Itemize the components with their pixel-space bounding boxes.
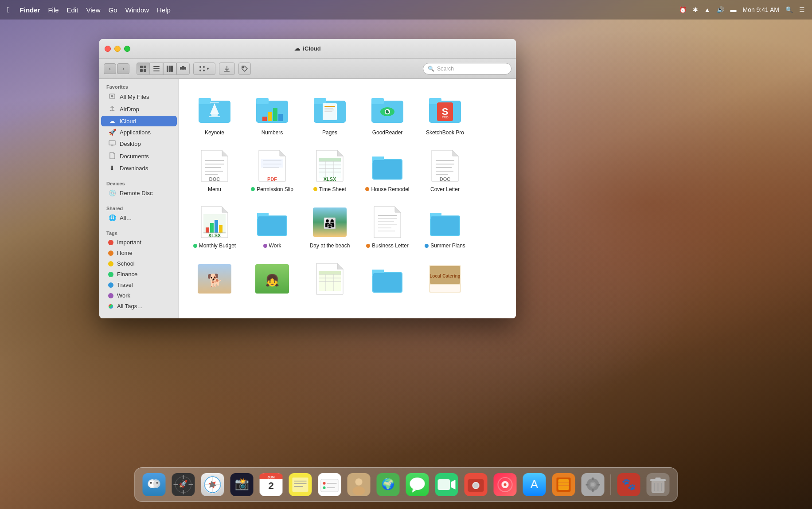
- dock-photos-editor[interactable]: 📸: [229, 471, 255, 498]
- file-monthly-budget[interactable]: XLSX Monthly Budget: [188, 201, 241, 253]
- file-spreadsheet3[interactable]: [303, 258, 356, 303]
- dock-finder[interactable]: [141, 471, 168, 498]
- dock-photo-booth[interactable]: [463, 471, 489, 498]
- file-girl-photo[interactable]: [246, 258, 299, 303]
- file-sketchbook[interactable]: S PRO SketchBook Pro: [418, 88, 472, 140]
- sidebar-item-finance[interactable]: Finance: [101, 269, 177, 279]
- menubar-window[interactable]: Window: [125, 6, 149, 14]
- sidebar-item-home[interactable]: Home: [101, 248, 177, 258]
- sidebar-item-all-my-files[interactable]: All My Files: [101, 91, 177, 103]
- time-sheet-icon: XLSX: [312, 148, 347, 184]
- svg-rect-10: [182, 66, 184, 70]
- svg-rect-86: [215, 220, 218, 233]
- sidebar-item-downloads[interactable]: ⬇ Downloads: [101, 163, 177, 173]
- menubar-file[interactable]: File: [48, 6, 59, 14]
- maximize-button[interactable]: [124, 46, 130, 52]
- time-machine-icon[interactable]: ⏰: [679, 6, 687, 13]
- menubar-edit[interactable]: Edit: [67, 6, 78, 14]
- sidebar-item-desktop[interactable]: Desktop: [101, 138, 177, 150]
- title-bar: ☁ iCloud: [99, 39, 516, 59]
- sidebar-item-airdrop[interactable]: AirDrop: [101, 103, 177, 115]
- file-catering[interactable]: Local Catering: [418, 258, 472, 303]
- file-blue-folder[interactable]: [361, 258, 414, 303]
- bluetooth-icon[interactable]: ✱: [693, 6, 698, 13]
- sidebar-item-icloud[interactable]: ☁ iCloud: [101, 116, 177, 126]
- sidebar-item-shared-all[interactable]: 🌐 All…: [101, 212, 177, 223]
- search-box[interactable]: 🔍 Search: [423, 63, 511, 74]
- file-permission-slip[interactable]: PDF Permission Slip: [246, 145, 299, 197]
- file-pages[interactable]: Pages: [303, 88, 356, 140]
- list-view-button[interactable]: [150, 63, 163, 75]
- dock-trash[interactable]: [645, 471, 671, 498]
- dock-system-prefs[interactable]: [580, 471, 606, 498]
- forward-button[interactable]: ›: [117, 63, 129, 74]
- sidebar-item-travel[interactable]: Travel: [101, 280, 177, 290]
- tag-button[interactable]: [238, 63, 251, 75]
- coverflow-view-button[interactable]: [176, 63, 190, 75]
- svg-text:A: A: [531, 478, 539, 491]
- file-numbers[interactable]: Numbers: [246, 88, 299, 140]
- dock-music[interactable]: [492, 471, 519, 498]
- notification-icon[interactable]: ☰: [799, 6, 805, 13]
- file-summer-plans[interactable]: Summer Plans: [418, 201, 472, 253]
- icon-view-button[interactable]: [137, 63, 150, 75]
- sidebar-item-school[interactable]: School: [101, 258, 177, 269]
- dock-facetime[interactable]: [433, 471, 460, 498]
- sidebar-item-all-tags[interactable]: All Tags…: [101, 301, 177, 311]
- sidebar-item-remote-disc[interactable]: 💿 Remote Disc: [101, 188, 177, 198]
- dock-messages[interactable]: [404, 471, 431, 498]
- file-menu[interactable]: DOC Menu: [188, 145, 241, 197]
- file-work-folder[interactable]: Work: [246, 201, 299, 253]
- svg-rect-2: [140, 69, 143, 72]
- svg-point-120: [153, 481, 159, 487]
- dock-appstore[interactable]: A: [521, 471, 548, 498]
- dock-contacts[interactable]: [346, 471, 372, 498]
- sidebar-item-important[interactable]: Important: [101, 237, 177, 247]
- svg-rect-184: [586, 484, 589, 486]
- file-cover-letter[interactable]: DOC Cover Letter: [418, 145, 472, 197]
- back-button[interactable]: ‹: [104, 63, 116, 74]
- numbers-label: Numbers: [262, 129, 283, 137]
- file-goodreader[interactable]: GoodReader: [361, 88, 414, 140]
- menubar-view[interactable]: View: [86, 6, 100, 14]
- shared-section: Shared 🌐 All…: [99, 200, 179, 225]
- dock-notes[interactable]: [287, 471, 314, 498]
- file-beach[interactable]: Day at the beach: [303, 201, 356, 253]
- file-dog-photo[interactable]: [188, 258, 241, 303]
- svg-text:PDF: PDF: [267, 176, 277, 182]
- action-button[interactable]: [219, 63, 235, 75]
- menubar-finder[interactable]: Finder: [20, 6, 40, 14]
- menubar-go[interactable]: Go: [109, 6, 117, 14]
- menubar-help[interactable]: Help: [157, 6, 171, 14]
- time-sheet-label: Time Sheet: [313, 186, 346, 192]
- battery-icon[interactable]: ▬: [730, 6, 737, 13]
- dock-launchpad[interactable]: 🚀: [170, 471, 197, 498]
- volume-icon[interactable]: 🔊: [717, 6, 724, 13]
- dock-safari[interactable]: [199, 471, 226, 498]
- wifi-icon[interactable]: ▲: [704, 6, 710, 13]
- svg-point-121: [150, 482, 152, 484]
- dock-maps[interactable]: 🌍: [375, 471, 402, 498]
- apple-menu[interactable]: : [7, 5, 10, 15]
- close-button[interactable]: [105, 46, 111, 52]
- file-keynote[interactable]: Keynote: [188, 88, 241, 140]
- dock-calendar[interactable]: JUN 2: [258, 471, 285, 498]
- house-remodel-label: House Remodel: [365, 186, 409, 192]
- file-house-remodel[interactable]: House Remodel: [361, 145, 414, 197]
- svg-rect-26: [210, 102, 219, 103]
- spotlight-icon[interactable]: 🔍: [785, 6, 793, 13]
- dock-reminders[interactable]: [316, 471, 343, 498]
- sidebar-item-work[interactable]: Work: [101, 290, 177, 301]
- column-view-button[interactable]: [163, 63, 176, 75]
- svg-rect-29: [209, 116, 220, 117]
- dock-klokki[interactable]: 🐾: [616, 471, 642, 498]
- sidebar-item-applications[interactable]: 🚀 Applications: [101, 127, 177, 137]
- arrange-button[interactable]: ▼: [193, 63, 215, 75]
- svg-rect-6: [153, 70, 160, 71]
- sidebar-item-documents[interactable]: Documents: [101, 150, 177, 162]
- minimize-button[interactable]: [114, 46, 121, 52]
- file-time-sheet[interactable]: XLSX Time Sheet: [303, 145, 356, 197]
- dock-ibooks[interactable]: [550, 471, 577, 498]
- monthly-budget-label: Monthly Budget: [193, 243, 236, 249]
- file-business-letter[interactable]: Business Letter: [361, 201, 414, 253]
